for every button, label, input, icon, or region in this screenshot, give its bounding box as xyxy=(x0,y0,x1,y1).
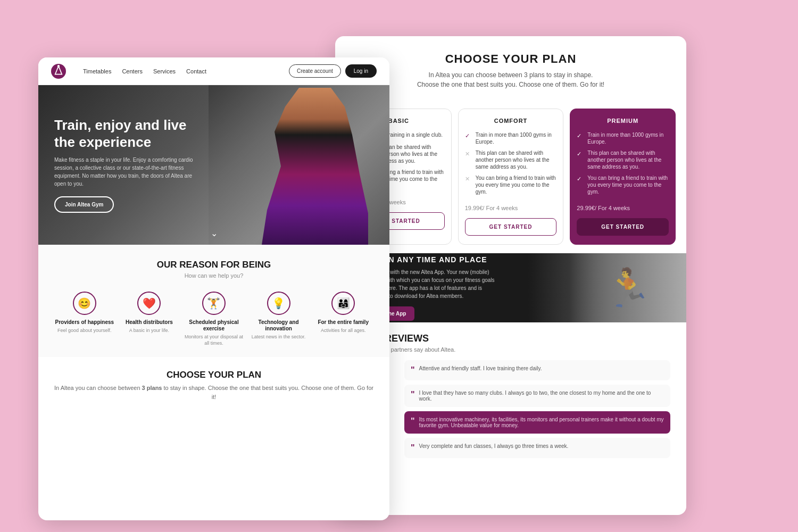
reason-title: OUR REASON FOR BEING xyxy=(54,260,373,270)
athlete-icon: 🏃 xyxy=(605,266,651,310)
premium-price: 29.99€/ For 4 weeks xyxy=(577,202,669,213)
nav-actions: Create account Log in xyxy=(289,64,377,78)
create-account-button[interactable]: Create account xyxy=(289,64,341,78)
reason-item-family: 👨‍👩‍👧 For the entire family Activities f… xyxy=(313,292,373,346)
reason-desc-family: Activities for all ages. xyxy=(313,328,373,334)
nav-links: Timetables Centers Services Contact xyxy=(83,68,276,74)
check-icon: ✓ xyxy=(577,150,584,157)
reason-desc-exercise: Monitors at your disposal at all times. xyxy=(184,334,244,346)
check-icon: ✓ xyxy=(577,132,584,139)
pricing-card-comfort: COMFORT ✓ Train in more than 1000 gyms i… xyxy=(458,109,564,245)
check-icon: ✓ xyxy=(577,175,584,182)
app-athlete-image: 🏃 xyxy=(569,253,686,322)
premium-feature-1: ✓ Train in more than 1000 gyms in Europe… xyxy=(577,131,669,145)
quote-mark-icon: " xyxy=(411,365,415,375)
comfort-cta-button[interactable]: GET STARTED xyxy=(465,218,557,236)
lower-pricing-section: CHOOSE YOUR PLAN In Altea you can choose… xyxy=(38,357,389,410)
front-window: Timetables Centers Services Contact Crea… xyxy=(38,57,389,520)
review-list: " Attentive and friendly staff. I love t… xyxy=(404,360,670,458)
health-icon: ❤️ xyxy=(137,292,161,315)
premium-title: PREMIUM xyxy=(577,118,669,124)
hero-section: Train, enjoy and live the experience Mak… xyxy=(38,85,389,245)
reason-desc-tech: Latest news in the sector. xyxy=(248,334,309,340)
hero-content: Train, enjoy and live the experience Mak… xyxy=(38,117,219,212)
reason-name-health: Health distributors xyxy=(119,319,180,326)
quote-mark-icon: " xyxy=(411,417,415,426)
reviews-title: ALTEA REVIEWS xyxy=(351,333,670,344)
premium-feature-3: ✓ You can bring a friend to train with y… xyxy=(577,174,669,195)
premium-feature-2: ✓ This plan can be shared with another p… xyxy=(577,149,669,170)
comfort-price: 19.99€/ For 4 weeks xyxy=(465,202,557,213)
hero-image xyxy=(209,85,389,245)
exercise-icon: 🏋️ xyxy=(202,292,226,315)
pricing-subtitle: In Altea you can choose between 3 plans … xyxy=(351,70,670,89)
reviews-content: 4,6 ★★★★☆ Rating of all reviews ALL REVI… xyxy=(351,360,670,458)
premium-cta-button[interactable]: GET STARTED xyxy=(577,218,669,236)
logo-svg xyxy=(51,64,66,79)
reason-name-happiness: Providers of happiness xyxy=(54,319,115,326)
happiness-icon: 😊 xyxy=(73,292,96,315)
scroll-down-icon[interactable]: ⌄ xyxy=(211,228,218,238)
nav-timetables[interactable]: Timetables xyxy=(83,68,111,74)
review-item-featured: " Its most innovative machinery, its fac… xyxy=(404,411,670,434)
reason-subtitle: How can we help you? xyxy=(54,272,373,279)
reason-items: 😊 Providers of happiness Feel good about… xyxy=(54,292,373,346)
reason-item-happiness: 😊 Providers of happiness Feel good about… xyxy=(54,292,115,346)
reason-item-exercise: 🏋️ Scheduled physical exercise Monitors … xyxy=(184,292,244,346)
reviews-subtitle: Read what our partners say about Altea. xyxy=(351,346,670,353)
tech-icon: 💡 xyxy=(267,292,290,315)
comfort-feature-1: ✓ Train in more than 1000 gyms in Europe… xyxy=(465,131,557,145)
lower-pricing-subtitle: In Altea you can choose between 3 plans … xyxy=(54,384,373,401)
hero-title: Train, enjoy and live the experience xyxy=(54,117,203,150)
hero-description: Make fitness a staple in your life. Enjo… xyxy=(54,156,203,188)
comfort-feature-2: ✕ This plan can be shared with another p… xyxy=(465,149,557,170)
reason-desc-happiness: Feel good about yourself. xyxy=(54,328,115,334)
nav-contact[interactable]: Contact xyxy=(186,68,206,74)
comfort-feature-3: ✕ You can bring a friend to train with y… xyxy=(465,174,557,195)
reason-item-tech: 💡 Technology and innovation Latest news … xyxy=(248,292,309,346)
nav-centers[interactable]: Centers xyxy=(122,68,143,74)
review-item: " Very complete and fun classes, I alway… xyxy=(404,438,670,458)
quote-mark-icon: " xyxy=(411,390,415,400)
reason-name-tech: Technology and innovation xyxy=(248,319,309,332)
reason-item-health: ❤️ Health distributors A basic in your l… xyxy=(119,292,180,346)
cross-icon: ✕ xyxy=(465,150,472,157)
review-item: " I love that they have so many clubs. I… xyxy=(404,385,670,407)
cross-icon: ✕ xyxy=(465,175,472,182)
pricing-card-premium: PREMIUM ✓ Train in more than 1000 gyms i… xyxy=(570,109,676,245)
join-gym-button[interactable]: Join Altea Gym xyxy=(54,196,114,213)
navbar: Timetables Centers Services Contact Crea… xyxy=(38,57,389,85)
family-icon: 👨‍👩‍👧 xyxy=(331,292,355,315)
reason-section: OUR REASON FOR BEING How can we help you… xyxy=(38,245,389,357)
logo xyxy=(51,64,66,79)
reason-desc-health: A basic in your life. xyxy=(119,328,180,334)
lower-pricing-title: CHOOSE YOUR PLAN xyxy=(54,370,373,380)
svg-point-2 xyxy=(57,65,60,67)
comfort-title: COMFORT xyxy=(465,118,557,124)
pricing-title: CHOOSE YOUR PLAN xyxy=(351,52,670,66)
check-icon: ✓ xyxy=(465,132,472,139)
review-item: " Attentive and friendly staff. I love t… xyxy=(404,360,670,380)
reason-name-family: For the entire family xyxy=(313,319,373,326)
quote-mark-icon: " xyxy=(411,443,415,453)
login-button[interactable]: Log in xyxy=(345,64,377,78)
nav-services[interactable]: Services xyxy=(153,68,176,74)
reason-name-exercise: Scheduled physical exercise xyxy=(184,319,244,332)
